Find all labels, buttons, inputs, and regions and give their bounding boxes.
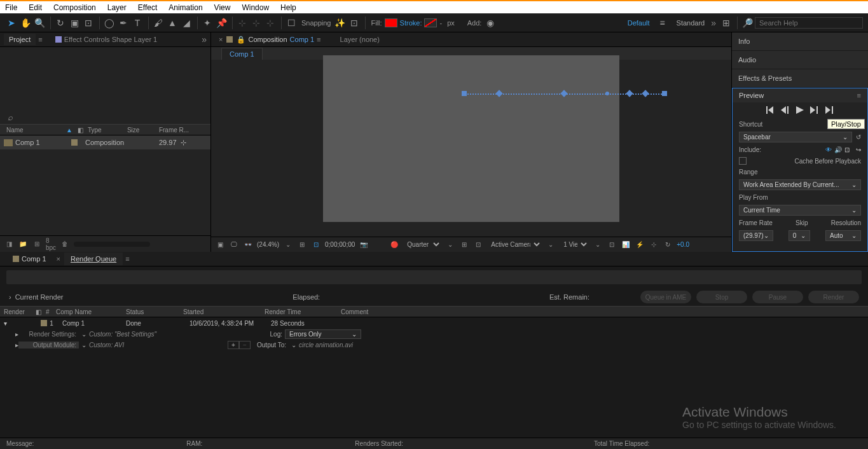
workspace-default[interactable]: Default <box>628 19 650 27</box>
chevron-down-icon[interactable]: ⌄ <box>81 342 86 349</box>
render-button[interactable]: Render <box>808 291 859 303</box>
hand-tool-icon[interactable]: ✋ <box>19 17 32 29</box>
menu-window[interactable]: Window <box>242 3 269 12</box>
close-tab-icon[interactable]: × <box>219 36 223 43</box>
include-video-icon[interactable]: 👁 <box>825 146 832 153</box>
col-num[interactable]: # <box>42 308 52 315</box>
snapping-label[interactable]: Snapping <box>301 19 331 27</box>
path-vertex[interactable] <box>495 90 502 97</box>
effects-presets-panel[interactable]: Effects & Presets <box>732 69 868 88</box>
cache-checkbox[interactable] <box>739 157 747 165</box>
composition-viewer[interactable] <box>211 60 731 237</box>
exposure-value[interactable]: +0.0 <box>677 241 689 248</box>
selection-tool-icon[interactable]: ➤ <box>5 17 18 29</box>
resolution-dropdown[interactable]: Auto⌄ <box>825 230 861 241</box>
col-status[interactable]: Status <box>122 308 179 315</box>
chevron-down-icon[interactable]: ⌄ <box>445 240 455 249</box>
snap-point-icon[interactable]: ✨ <box>334 17 347 29</box>
menu-animation[interactable]: Animation <box>169 3 202 12</box>
path-vertex[interactable] <box>642 90 649 97</box>
puppet-tool-icon[interactable]: 📌 <box>215 17 228 29</box>
col-rendertime[interactable]: Render Time <box>261 308 337 315</box>
add-output-icon[interactable]: + <box>228 341 239 349</box>
zoom-tool-icon[interactable]: 🔍 <box>33 17 46 29</box>
snap-edge-icon[interactable]: ⊡ <box>348 17 361 29</box>
snapshot-icon[interactable]: 📷 <box>359 240 369 249</box>
project-slider[interactable] <box>74 242 150 247</box>
workspace-menu-icon[interactable]: ≡ <box>656 17 669 29</box>
project-search[interactable]: ⌕ <box>0 111 210 124</box>
remove-output-icon[interactable]: − <box>239 341 251 349</box>
bpc-toggle[interactable]: 8 bpc <box>46 240 56 249</box>
effect-controls-tab[interactable]: Effect Controls Shape Layer 1 <box>64 34 163 45</box>
col-started[interactable]: Started <box>179 308 261 315</box>
resolution-icon[interactable]: ⊞ <box>297 240 307 249</box>
panel-menu-icon[interactable]: ≡ <box>125 255 129 263</box>
range-dropdown[interactable]: Work Area Extended By Current...⌄ <box>739 179 861 190</box>
timecode[interactable]: 0;00;00;00 <box>325 241 355 248</box>
expand-toggle-icon[interactable]: ▾ <box>4 320 9 327</box>
col-render[interactable]: Render <box>0 308 32 315</box>
clone-tool-icon[interactable]: ▲ <box>166 17 179 29</box>
project-tab[interactable]: Project <box>4 34 36 45</box>
mask-icon[interactable]: 👓 <box>243 240 253 249</box>
reset-exposure-icon[interactable]: ↻ <box>663 240 673 249</box>
next-frame-button[interactable] <box>810 106 819 115</box>
chevron-down-icon[interactable]: ⌄ <box>81 331 86 338</box>
menu-view[interactable]: View <box>214 3 231 12</box>
eraser-tool-icon[interactable]: ◢ <box>180 17 193 29</box>
overflow-icon[interactable]: » <box>711 18 716 28</box>
close-tab-icon[interactable]: × <box>57 255 60 263</box>
path-handle[interactable] <box>462 91 467 96</box>
project-item-row[interactable]: Comp 1 Composition 29.97 ⊹ <box>0 135 210 149</box>
menu-help[interactable]: Help <box>280 3 296 12</box>
transparency-icon[interactable]: ⊡ <box>311 240 321 249</box>
channel-icon[interactable]: 🔴 <box>389 240 399 249</box>
playfrom-dropdown[interactable]: Current Time⌄ <box>739 205 861 216</box>
col-label-icon[interactable]: ◧ <box>75 127 85 134</box>
col-comment[interactable]: Comment <box>337 308 372 315</box>
skip-dropdown[interactable]: 0⌄ <box>789 230 810 241</box>
brush-tool-icon[interactable]: 🖌 <box>152 17 165 29</box>
audio-panel[interactable]: Audio <box>732 51 868 69</box>
menu-file[interactable]: File <box>5 3 17 12</box>
workspace-standard[interactable]: Standard <box>677 19 705 27</box>
stroke-label[interactable]: Stroke: <box>400 19 422 27</box>
fill-label[interactable]: Fill: <box>371 19 382 27</box>
pause-button[interactable]: Pause <box>752 291 803 303</box>
add-chevron-icon[interactable]: ◉ <box>484 17 497 29</box>
info-panel[interactable]: Info <box>732 32 868 51</box>
shape-path[interactable] <box>464 93 665 95</box>
new-comp-icon[interactable]: ⊞ <box>32 240 42 249</box>
play-button[interactable] <box>796 106 804 115</box>
col-label-icon[interactable]: ◧ <box>32 308 42 315</box>
shortcut-dropdown[interactable]: Spacebar⌄ <box>739 132 852 142</box>
views-dropdown[interactable]: 1 View <box>560 240 589 249</box>
col-size[interactable]: Size <box>125 127 156 134</box>
reset-shortcut-icon[interactable]: ↺ <box>856 134 861 141</box>
guide-icon[interactable]: ⊡ <box>473 240 483 249</box>
ellipse-tool-icon[interactable]: ◯ <box>103 17 116 29</box>
home-icon[interactable]: ⊞ <box>720 17 733 29</box>
expand-icon[interactable]: › <box>9 293 11 301</box>
layer-none-tab[interactable]: Layer (none) <box>340 36 380 43</box>
pan-behind-tool-icon[interactable]: ⊡ <box>82 17 95 29</box>
comp-subtab[interactable]: Comp 1 <box>221 48 263 60</box>
framerate-dropdown[interactable]: (29.97)⌄ <box>739 230 773 241</box>
log-dropdown[interactable]: Errors Only⌄ <box>285 329 361 339</box>
panel-menu-icon[interactable]: ≡ <box>317 36 320 43</box>
menu-effect[interactable]: Effect <box>138 3 157 12</box>
chevron-down-icon[interactable]: ⌄ <box>593 240 603 249</box>
output-to-value[interactable]: circle animation.avi <box>299 342 353 349</box>
output-module-value[interactable]: Custom: AVI <box>89 342 228 349</box>
panel-menu-icon[interactable]: ≡ <box>857 92 861 99</box>
first-frame-button[interactable] <box>766 106 775 115</box>
share-view-icon[interactable]: ⊡ <box>607 240 617 249</box>
folder-icon[interactable]: 📁 <box>18 240 28 249</box>
fill-swatch[interactable] <box>385 18 397 27</box>
search-help-input[interactable] <box>755 17 863 29</box>
region-icon[interactable]: 🖵 <box>229 240 239 249</box>
pen-tool-icon[interactable]: ✒ <box>117 17 130 29</box>
loop-icon[interactable]: ↪ <box>856 146 861 153</box>
col-framerate[interactable]: Frame R... <box>156 127 191 134</box>
